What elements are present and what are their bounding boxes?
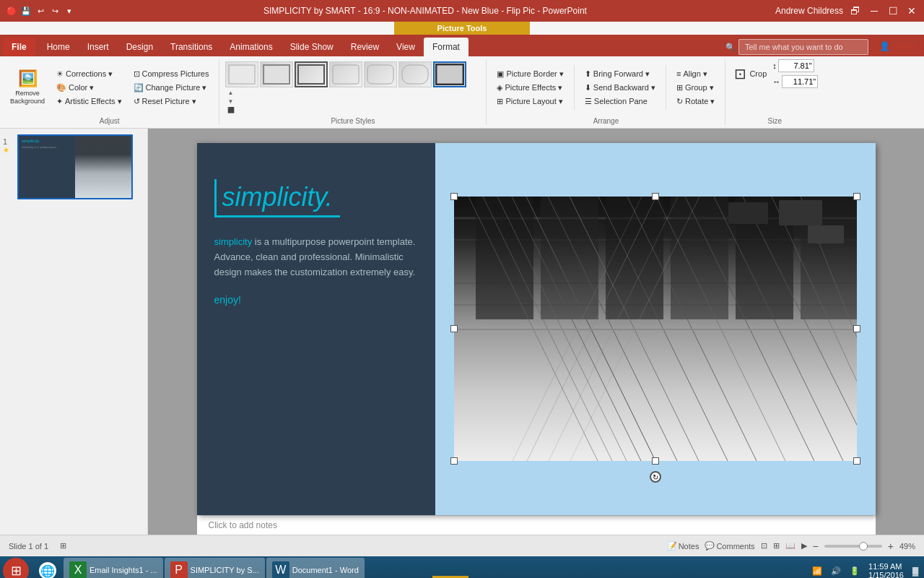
tab-home[interactable]: Home: [38, 38, 79, 56]
picture-styles-group: ▲ ▼ ⬛ Picture Styles: [219, 59, 487, 125]
redo-icon[interactable]: ↪: [49, 5, 61, 17]
slide-size-icon[interactable]: ⊞: [60, 541, 66, 551]
tab-view[interactable]: View: [388, 38, 424, 56]
style-item-3[interactable]: [295, 61, 328, 87]
change-picture-button[interactable]: 🔄 Change Picture ▾: [129, 82, 214, 94]
undo-icon[interactable]: ↩: [35, 5, 46, 17]
notes-icon: 📝: [667, 541, 677, 551]
word-label: Document1 - Word: [292, 566, 359, 574]
tab-design[interactable]: Design: [118, 38, 162, 56]
handle-mr[interactable]: [853, 325, 860, 332]
style-item-5[interactable]: [364, 61, 397, 87]
remove-background-button[interactable]: 🖼️ RemoveBackground: [6, 66, 49, 108]
zoom-out-icon[interactable]: −: [813, 540, 819, 552]
slide-sorter-icon[interactable]: ⊞: [773, 541, 780, 551]
taskbar-excel[interactable]: X Email Insights1 - ...: [64, 558, 163, 578]
gallery-down-arrow[interactable]: ▼: [225, 98, 258, 105]
comments-button[interactable]: 💬 Comments: [705, 541, 754, 551]
width-input[interactable]: [782, 75, 818, 88]
svg-rect-7: [402, 65, 428, 84]
tab-format[interactable]: Format: [424, 38, 468, 56]
slide-thumb-1[interactable]: 1 ★ simplicity. simplicity is a multipur…: [3, 134, 144, 199]
align-button[interactable]: ≡ Align ▾: [672, 68, 719, 80]
picture-effects-button[interactable]: ◈ Picture Effects ▾: [492, 82, 567, 94]
selection-pane-button[interactable]: ☰ Selection Pane: [580, 95, 660, 108]
close-icon[interactable]: ✕: [905, 4, 918, 17]
rotate-handle[interactable]: ↻: [650, 471, 661, 483]
style-item-7[interactable]: [433, 61, 466, 87]
taskbar-ppt[interactable]: P SIMPLICITY by S...: [165, 558, 265, 578]
slide-thumbnail[interactable]: simplicity. simplicity is a multipurpose…: [17, 134, 133, 199]
style-item-1[interactable]: [225, 61, 258, 87]
handle-tl[interactable]: [450, 193, 458, 200]
slide-left-panel: simplicity. simplicity is a multipurpose…: [197, 143, 435, 515]
gallery-more-arrow[interactable]: ⬛: [225, 106, 258, 114]
show-desktop-icon[interactable]: ▓: [910, 565, 921, 577]
maximize-icon[interactable]: ☐: [886, 4, 899, 17]
handle-tm[interactable]: [652, 193, 659, 200]
handle-br[interactable]: [853, 457, 860, 465]
arrange-col2: ⬆ Bring Forward ▾ ⬇ Send Backward ▾ ☰ Se…: [580, 68, 660, 108]
tab-review[interactable]: Review: [342, 38, 388, 56]
reset-picture-button[interactable]: ↺ Reset Picture ▾: [129, 95, 214, 108]
height-field: ↕: [772, 59, 818, 72]
canvas-area: simplicity. simplicity is a multipurpose…: [148, 129, 924, 535]
bring-forward-button[interactable]: ⬆ Bring Forward ▾: [580, 68, 660, 80]
handle-ml[interactable]: [450, 325, 458, 332]
search-input[interactable]: [738, 39, 868, 55]
artistic-effects-button[interactable]: ✦ Artistic Effects ▾: [52, 95, 126, 108]
notes-area[interactable]: Click to add notes: [197, 515, 876, 535]
height-input[interactable]: [778, 59, 814, 72]
selected-image[interactable]: ↻: [453, 196, 858, 462]
start-button[interactable]: ⊞: [3, 558, 29, 578]
style-item-2[interactable]: [260, 61, 293, 87]
group-button[interactable]: ⊞ Group ▾: [672, 82, 719, 94]
crop-area: ⊡ Crop ↕ ↔: [731, 59, 818, 88]
slide-title: simplicity.: [222, 182, 333, 212]
handle-bm[interactable]: [652, 457, 659, 465]
reading-view-icon[interactable]: 📖: [785, 541, 796, 551]
normal-view-icon[interactable]: ⊡: [761, 541, 767, 551]
window-title: SIMPLICITY by SMART - 16:9 - NON-ANIMATE…: [75, 6, 775, 16]
width-icon: ↔: [772, 77, 780, 86]
style-item-6[interactable]: [398, 61, 432, 87]
taskbar-chrome[interactable]: 🌐: [33, 558, 62, 578]
restore-icon[interactable]: 🗗: [849, 4, 862, 17]
image-svg: [454, 197, 857, 461]
effects-icon: ◈: [497, 83, 502, 92]
picture-layout-button[interactable]: ⊞ Picture Layout ▾: [492, 95, 567, 108]
battery-icon[interactable]: 🔋: [847, 565, 863, 577]
gallery-up-arrow[interactable]: ▲: [225, 89, 258, 97]
style-item-4[interactable]: [329, 61, 362, 87]
save-icon[interactable]: 💾: [20, 5, 32, 17]
tab-file[interactable]: File: [3, 38, 35, 56]
handle-tr[interactable]: [853, 193, 860, 200]
picture-border-button[interactable]: ▣ Picture Border ▾: [492, 68, 567, 80]
slideshow-icon[interactable]: ▶: [801, 541, 807, 551]
tab-slideshow[interactable]: Slide Show: [282, 38, 342, 56]
compress-pictures-button[interactable]: ⊡ Compress Pictures: [129, 68, 214, 80]
more-icon[interactable]: ▾: [64, 5, 75, 17]
send-backward-button[interactable]: ⬇ Send Backward ▾: [580, 82, 660, 94]
svg-rect-11: [454, 327, 857, 461]
minimize-icon[interactable]: ─: [868, 4, 881, 17]
zoom-level[interactable]: 49%: [899, 542, 915, 551]
zoom-thumb[interactable]: [859, 542, 868, 551]
crop-button[interactable]: ⊡ Crop: [731, 64, 770, 84]
zoom-in-icon[interactable]: +: [888, 540, 894, 552]
corrections-button[interactable]: ☀ Corrections ▾: [52, 68, 126, 80]
taskbar-word[interactable]: W Document1 - Word: [266, 558, 365, 578]
adjust-group: 🖼️ RemoveBackground ☀ Corrections ▾ 🎨 Co…: [0, 59, 219, 125]
color-button[interactable]: 🎨 Color ▾: [52, 82, 126, 94]
network-icon[interactable]: 📶: [809, 565, 825, 577]
tab-transitions[interactable]: Transitions: [162, 38, 221, 56]
zoom-slider[interactable]: [824, 545, 882, 548]
notes-button[interactable]: 📝 Notes: [667, 541, 699, 551]
svg-rect-4: [298, 65, 324, 84]
sound-icon[interactable]: 🔊: [828, 565, 844, 577]
rotate-button[interactable]: ↻ Rotate ▾: [672, 95, 719, 108]
share-button[interactable]: 👤 Share: [874, 39, 921, 53]
tab-insert[interactable]: Insert: [79, 38, 118, 56]
tab-animations[interactable]: Animations: [221, 38, 281, 56]
handle-bl[interactable]: [450, 457, 458, 465]
